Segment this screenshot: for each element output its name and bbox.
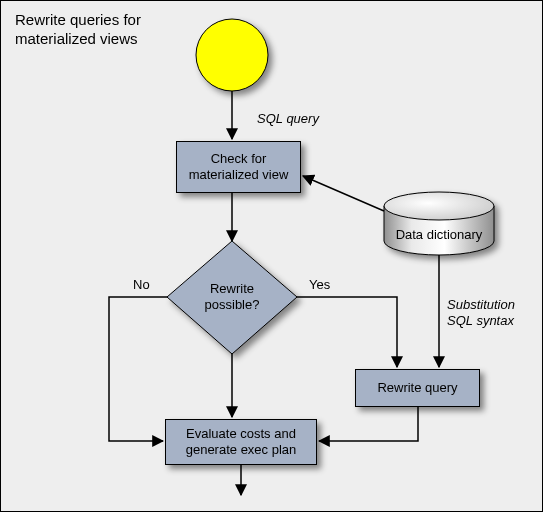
check-node: Check for materialized view [176,141,301,193]
no-label: No [133,277,150,292]
decision-text: Rewrite possible? [187,277,277,317]
edge-no-branch [109,297,167,441]
edge-yes-branch [297,297,397,367]
substitution-label: Substitution SQL syntax [447,297,515,328]
sql-query-label: SQL query [257,111,319,126]
edge-dict-to-check [303,176,384,211]
edge-rewrite-to-evaluate [319,407,418,441]
rewrite-query-node: Rewrite query [355,369,480,407]
diagram-canvas: Rewrite queries for materialized views [0,0,543,512]
start-node [196,19,268,91]
yes-label: Yes [309,277,330,292]
data-dictionary-label: Data dictionary [396,227,483,242]
svg-point-1 [384,192,494,220]
evaluate-node: Evaluate costs and generate exec plan [165,419,317,465]
data-dictionary-node [384,192,494,255]
